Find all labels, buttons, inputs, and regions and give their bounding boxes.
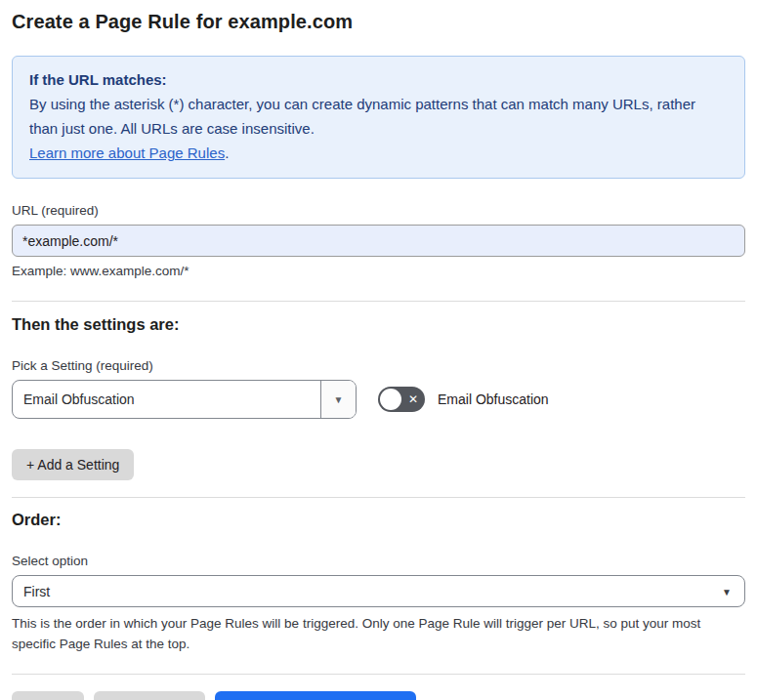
save-as-draft-button[interactable]: Save as Draft xyxy=(94,691,206,700)
url-example-helper: Example: www.example.com/* xyxy=(12,264,745,278)
page-title: Create a Page Rule for example.com xyxy=(12,11,745,33)
setting-dropdown-arrow-button[interactable]: ▼ xyxy=(320,381,356,418)
info-box-heading: If the URL matches: xyxy=(29,67,728,92)
url-input[interactable] xyxy=(12,225,745,257)
footer-actions: Cancel Save as Draft Save and Deploy Pag… xyxy=(12,691,745,700)
divider xyxy=(12,674,745,675)
order-helper-text: This is the order in which your Page Rul… xyxy=(12,613,735,654)
divider xyxy=(12,301,745,302)
info-box-body: By using the asterisk (*) character, you… xyxy=(29,92,728,141)
add-setting-button[interactable]: + Add a Setting xyxy=(12,449,134,480)
url-field-label: URL (required) xyxy=(12,203,745,218)
toggle-off-x-icon: ✕ xyxy=(408,393,418,405)
url-match-info-box: If the URL matches: By using the asteris… xyxy=(12,56,745,179)
chevron-down-icon: ▼ xyxy=(722,586,732,597)
email-obfuscation-toggle[interactable]: ✕ xyxy=(378,387,425,412)
order-select[interactable]: First ▼ xyxy=(12,575,745,607)
chevron-down-icon: ▼ xyxy=(334,394,344,405)
settings-section-heading: Then the settings are: xyxy=(12,315,745,334)
learn-more-link[interactable]: Learn more about Page Rules xyxy=(29,144,225,161)
cancel-button[interactable]: Cancel xyxy=(12,691,84,700)
order-section-heading: Order: xyxy=(12,511,745,529)
setting-dropdown-value[interactable]: Email Obfuscation xyxy=(13,381,320,418)
pick-setting-label: Pick a Setting (required) xyxy=(12,358,745,373)
setting-dropdown[interactable]: Email Obfuscation ▼ xyxy=(12,380,357,419)
order-select-label: Select option xyxy=(12,554,745,568)
divider xyxy=(12,497,745,498)
link-suffix: . xyxy=(225,144,229,161)
info-box-body-text: By using the asterisk (*) character, you… xyxy=(29,96,695,137)
toggle-knob xyxy=(380,389,401,410)
info-box-link-line: Learn more about Page Rules. xyxy=(29,141,728,165)
toggle-label: Email Obfuscation xyxy=(438,391,549,407)
save-and-deploy-button[interactable]: Save and Deploy Page Rule xyxy=(215,691,416,700)
order-select-value: First xyxy=(23,584,50,599)
setting-row: Email Obfuscation ▼ ✕ Email Obfuscation xyxy=(12,380,745,419)
